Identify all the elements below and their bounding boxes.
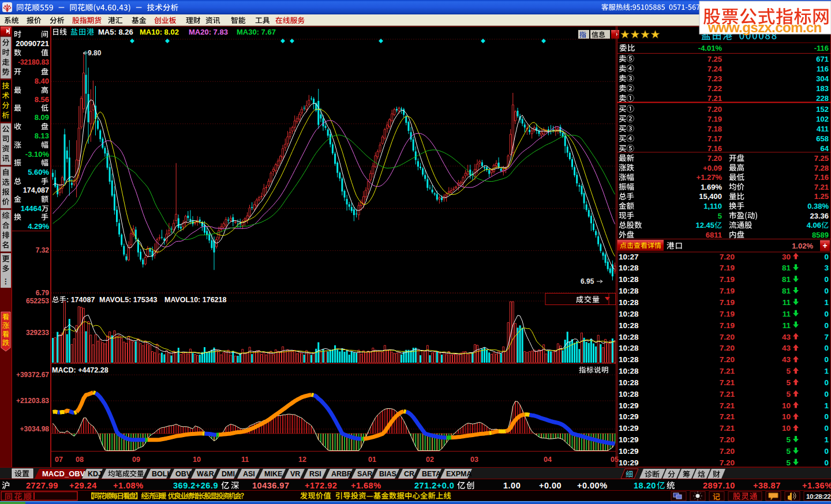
svg-text:+1.68%: +1.68% bbox=[351, 481, 381, 490]
svg-text:7.20: 7.20 bbox=[720, 253, 735, 261]
svg-text:43: 43 bbox=[782, 333, 791, 341]
svg-text:0: 0 bbox=[824, 390, 829, 398]
svg-text:2727.99: 2727.99 bbox=[26, 481, 58, 490]
svg-text:10:28: 10:28 bbox=[619, 333, 639, 341]
svg-text:7.20: 7.20 bbox=[720, 344, 735, 352]
svg-text:10:29: 10:29 bbox=[619, 424, 639, 432]
svg-text:7.16: 7.16 bbox=[814, 173, 829, 182]
svg-text:+39372.67: +39372.67 bbox=[16, 371, 49, 379]
svg-text:0: 0 bbox=[824, 321, 829, 330]
svg-text:5: 5 bbox=[786, 435, 791, 444]
svg-text:5: 5 bbox=[786, 367, 791, 375]
svg-text:4.06: 4.06 bbox=[807, 221, 821, 230]
svg-text:7.21: 7.21 bbox=[720, 424, 735, 432]
svg-text:5: 5 bbox=[786, 458, 791, 467]
svg-text:www.gszx.com.cn: www.gszx.com.cn bbox=[708, 20, 822, 35]
svg-text:0: 0 bbox=[824, 310, 829, 318]
svg-text:7.17: 7.17 bbox=[708, 134, 722, 143]
svg-text:0: 0 bbox=[824, 253, 829, 261]
svg-text:+1.36%: +1.36% bbox=[802, 481, 831, 490]
svg-text:1.69%: 1.69% bbox=[701, 183, 722, 191]
svg-text:174,087: 174,087 bbox=[23, 186, 49, 194]
svg-text:+1.08%: +1.08% bbox=[113, 481, 144, 490]
svg-text:04: 04 bbox=[544, 456, 552, 464]
svg-text:7.21: 7.21 bbox=[720, 367, 735, 375]
svg-text:2897.10: 2897.10 bbox=[703, 481, 735, 490]
svg-text:8589: 8589 bbox=[812, 231, 829, 239]
svg-text:7.21: 7.21 bbox=[720, 390, 735, 398]
svg-text:+172.92: +172.92 bbox=[305, 481, 337, 490]
svg-text:OBV: OBV bbox=[175, 470, 192, 478]
svg-text:7.21: 7.21 bbox=[720, 401, 735, 410]
svg-text:+29.24: +29.24 bbox=[69, 481, 97, 490]
svg-text:+38.87: +38.87 bbox=[753, 481, 781, 490]
svg-text:64: 64 bbox=[821, 144, 829, 153]
svg-text:8.56: 8.56 bbox=[35, 95, 49, 104]
svg-text:18.20: 18.20 bbox=[634, 481, 656, 490]
svg-text:0: 0 bbox=[824, 275, 829, 284]
svg-text:7.18: 7.18 bbox=[708, 125, 722, 133]
svg-text:MA30: 7.67: MA30: 7.67 bbox=[237, 28, 276, 36]
svg-text:+3034.98: +3034.98 bbox=[20, 425, 50, 433]
svg-text:7.21: 7.21 bbox=[708, 94, 722, 103]
svg-text:0: 0 bbox=[824, 355, 829, 364]
svg-text:8.13: 8.13 bbox=[35, 131, 49, 140]
svg-text:7.25: 7.25 bbox=[708, 55, 722, 63]
svg-text:01: 01 bbox=[368, 456, 376, 464]
svg-text:SAR: SAR bbox=[357, 470, 372, 478]
svg-text:10: 10 bbox=[782, 401, 791, 410]
svg-text:369.2+26.9: 369.2+26.9 bbox=[173, 481, 218, 490]
svg-text:10:28: 10:28 bbox=[619, 287, 639, 295]
svg-text:10: 10 bbox=[193, 456, 201, 464]
svg-text:10:28: 10:28 bbox=[619, 321, 639, 330]
svg-text:RSI: RSI bbox=[309, 470, 321, 478]
svg-text:7.20: 7.20 bbox=[708, 154, 722, 163]
svg-text:116: 116 bbox=[817, 65, 829, 73]
svg-text:5: 5 bbox=[718, 212, 722, 220]
svg-text:11: 11 bbox=[783, 321, 791, 330]
svg-text:0: 0 bbox=[824, 412, 829, 421]
svg-text:10:29: 10:29 bbox=[619, 412, 639, 421]
svg-text:329233: 329233 bbox=[26, 329, 49, 337]
svg-text:5: 5 bbox=[786, 447, 791, 456]
svg-text:7.24: 7.24 bbox=[708, 65, 723, 73]
svg-text:8.09: 8.09 bbox=[35, 113, 49, 122]
svg-text:7.20: 7.20 bbox=[720, 435, 735, 444]
svg-text:+0.00%: +0.00% bbox=[577, 481, 608, 490]
svg-text:20090721: 20090721 bbox=[16, 39, 49, 48]
svg-text:7.19: 7.19 bbox=[720, 264, 735, 272]
svg-text:BIAS: BIAS bbox=[379, 470, 396, 478]
svg-text:10:28: 10:28 bbox=[619, 344, 639, 352]
svg-text:0.38%: 0.38% bbox=[807, 202, 829, 210]
svg-text:23.36: 23.36 bbox=[810, 212, 829, 220]
svg-text:-32180.83: -32180.83 bbox=[18, 58, 49, 66]
svg-text:1: 1 bbox=[824, 435, 829, 444]
svg-text:07: 07 bbox=[55, 456, 63, 464]
svg-text:KDJ: KDJ bbox=[88, 470, 102, 478]
svg-text:1.25: 1.25 bbox=[814, 192, 829, 201]
svg-text:7.21: 7.21 bbox=[814, 183, 829, 191]
svg-text:03: 03 bbox=[470, 456, 478, 464]
svg-text:10:28: 10:28 bbox=[619, 390, 639, 398]
svg-text:6.79: 6.79 bbox=[36, 289, 50, 297]
svg-text:: 174087: : 174087 bbox=[66, 296, 95, 304]
svg-text:10:28: 10:28 bbox=[619, 275, 639, 284]
svg-text:7: 7 bbox=[824, 333, 829, 341]
svg-text:14464: 14464 bbox=[21, 204, 42, 213]
svg-text:6.95: 6.95 bbox=[581, 277, 594, 285]
svg-text:658: 658 bbox=[816, 134, 829, 143]
svg-text:VR: VR bbox=[290, 470, 300, 478]
svg-text:7.21: 7.21 bbox=[720, 412, 735, 421]
svg-text:10:29: 10:29 bbox=[619, 401, 639, 410]
svg-text:MAVOL10: 176218: MAVOL10: 176218 bbox=[164, 296, 227, 304]
svg-text:1.02%: 1.02% bbox=[792, 242, 813, 250]
svg-text:6811: 6811 bbox=[706, 231, 722, 239]
svg-text:BOLL: BOLL bbox=[152, 470, 171, 478]
svg-text:271.2+0.0: 271.2+0.0 bbox=[414, 481, 454, 490]
svg-text:411: 411 bbox=[817, 125, 829, 133]
svg-text:0: 0 bbox=[824, 424, 829, 432]
svg-text:12.45: 12.45 bbox=[695, 221, 714, 230]
svg-text:0: 0 bbox=[824, 287, 829, 295]
svg-text:10:28: 10:28 bbox=[619, 264, 639, 272]
svg-text:10:28: 10:28 bbox=[619, 378, 639, 387]
